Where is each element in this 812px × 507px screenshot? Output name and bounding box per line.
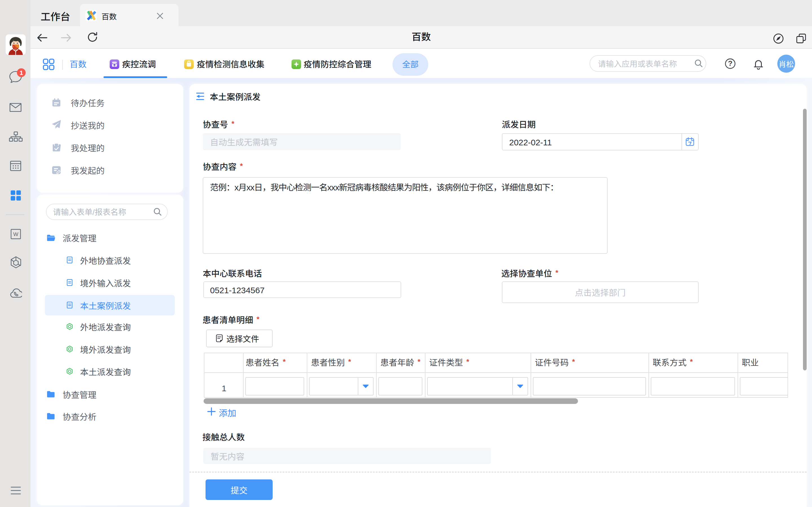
- svg-text:W: W: [13, 231, 18, 237]
- svg-text:1: 1: [19, 69, 23, 76]
- svg-text:?: ?: [728, 59, 732, 68]
